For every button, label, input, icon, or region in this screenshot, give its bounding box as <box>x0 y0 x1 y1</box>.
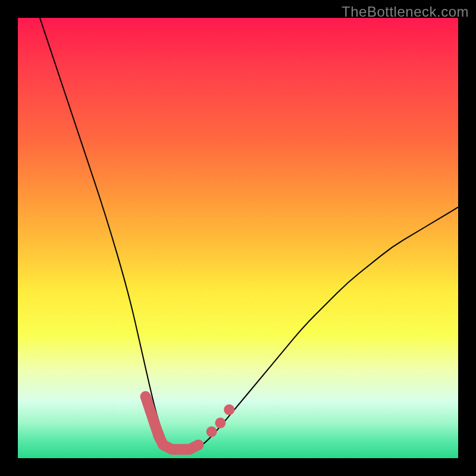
highlight-markers <box>146 396 235 449</box>
bottleneck-curve <box>40 18 458 449</box>
watermark-text: TheBottleneck.com <box>342 4 469 20</box>
chart-plot-area <box>18 18 458 458</box>
highlight-dot <box>215 418 226 428</box>
highlight-dot <box>206 427 217 437</box>
highlight-dot <box>224 405 234 415</box>
highlight-segment <box>146 396 199 449</box>
chart-svg <box>18 18 458 458</box>
